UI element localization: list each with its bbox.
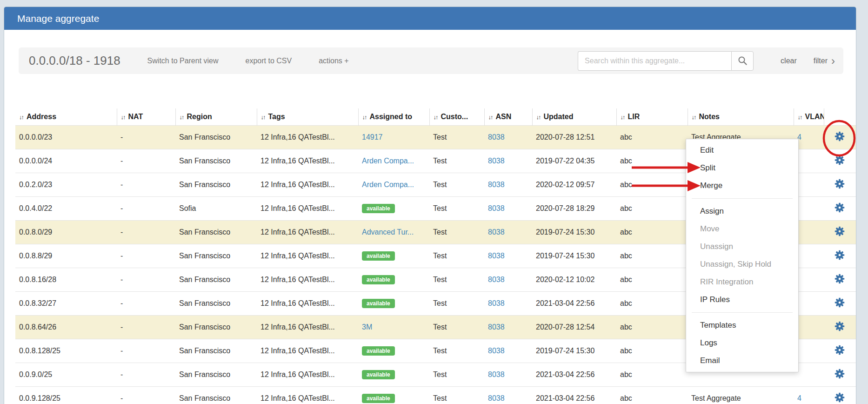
cell-customer: Test xyxy=(429,268,484,291)
filter-link[interactable]: filter › xyxy=(814,57,835,65)
row-actions-gear-icon[interactable] xyxy=(835,274,845,284)
cell-asn: 8038 xyxy=(484,291,532,315)
asn-link[interactable]: 8038 xyxy=(488,347,505,355)
column-header-asn[interactable]: ↓↑ASN xyxy=(484,108,532,125)
asn-link[interactable]: 8038 xyxy=(488,299,505,307)
cell-lir: abc xyxy=(616,173,688,196)
column-label: Address xyxy=(27,113,56,121)
row-actions-gear-icon[interactable] xyxy=(835,392,845,403)
cell-assigned-to: Advanced Tur... xyxy=(358,220,429,244)
search-group xyxy=(578,51,754,71)
column-header-nat[interactable]: ↓↑NAT xyxy=(117,108,175,125)
cell-nat: - xyxy=(117,173,175,196)
assigned-to-link[interactable]: Advanced Tur... xyxy=(362,228,414,236)
actions-column-header xyxy=(824,108,856,125)
column-header-customer[interactable]: ↓↑Custo... xyxy=(429,108,484,125)
toolbar: 0.0.0.0/18 - 1918 Switch to Parent view … xyxy=(19,47,843,74)
clear-search-link[interactable]: clear xyxy=(781,57,797,65)
menu-item-assign[interactable]: Assign xyxy=(686,202,798,220)
menu-item-ip-rules[interactable]: IP Rules xyxy=(686,291,798,309)
cell-address: 0.0.9.0/25 xyxy=(15,363,117,386)
cell-customer: Test xyxy=(429,244,484,268)
asn-link[interactable]: 8038 xyxy=(488,157,505,165)
menu-item-templates[interactable]: Templates xyxy=(686,316,798,334)
row-actions-gear-icon[interactable] xyxy=(835,202,845,213)
status-badge-available: available xyxy=(362,346,395,356)
row-actions-gear-icon[interactable] xyxy=(835,321,845,331)
cell-row-actions xyxy=(824,339,856,363)
assigned-to-link[interactable]: 14917 xyxy=(362,133,383,141)
search-button[interactable] xyxy=(731,51,754,71)
asn-link[interactable]: 8038 xyxy=(488,181,505,189)
cell-region: San Franscisco xyxy=(175,363,257,386)
row-actions-gear-icon[interactable] xyxy=(835,179,845,189)
assigned-to-link[interactable]: Arden Compa... xyxy=(362,181,414,189)
row-actions-gear-icon[interactable] xyxy=(835,250,845,260)
cell-assigned-to: Arden Compa... xyxy=(358,173,429,196)
row-actions-gear-icon[interactable] xyxy=(835,369,845,379)
asn-link[interactable]: 8038 xyxy=(488,276,505,283)
asn-link[interactable]: 8038 xyxy=(488,323,505,331)
column-header-region[interactable]: ↓↑Region xyxy=(175,108,257,125)
row-actions-gear-icon[interactable] xyxy=(835,226,845,236)
asn-link[interactable]: 8038 xyxy=(488,228,505,236)
menu-item-logs[interactable]: Logs xyxy=(686,334,798,352)
asn-link[interactable]: 8038 xyxy=(488,204,505,212)
cell-nat: - xyxy=(117,196,175,220)
cell-updated: 2020-07-28 12:51 xyxy=(532,125,616,149)
cell-asn: 8038 xyxy=(484,244,532,268)
cell-assigned-to: Arden Compa... xyxy=(358,149,429,173)
cell-address: 0.0.8.8/29 xyxy=(15,244,117,268)
row-actions-gear-icon[interactable] xyxy=(835,345,845,355)
cell-nat: - xyxy=(117,244,175,268)
cell-tags: 12 Infra,16 QATestBl... xyxy=(257,291,358,315)
cell-customer: Test xyxy=(429,386,484,404)
cell-asn: 8038 xyxy=(484,339,532,363)
cell-row-actions xyxy=(824,363,856,386)
asn-link[interactable]: 8038 xyxy=(488,252,505,260)
search-input[interactable] xyxy=(578,51,731,71)
column-header-address[interactable]: ↓↑Address xyxy=(15,108,117,125)
cell-assigned-to: available xyxy=(358,363,429,386)
menu-item-split[interactable]: Split xyxy=(686,159,798,177)
cell-assigned-to: available xyxy=(358,339,429,363)
column-header-tags[interactable]: ↓↑Tags xyxy=(257,108,358,125)
cell-asn: 8038 xyxy=(484,173,532,196)
export-csv-link[interactable]: export to CSV xyxy=(246,57,292,65)
column-header-updated[interactable]: ↓↑Updated xyxy=(532,108,616,125)
assigned-to-link[interactable]: 3M xyxy=(362,323,372,331)
panel-header: Manage aggregate xyxy=(4,7,856,30)
cell-lir: abc xyxy=(616,125,688,149)
cell-notes: Test Aggregate xyxy=(688,386,794,404)
column-header-assigned[interactable]: ↓↑Assigned to xyxy=(358,108,429,125)
actions-menu-link[interactable]: actions + xyxy=(319,57,348,65)
cell-customer: Test xyxy=(429,220,484,244)
asn-link[interactable]: 8038 xyxy=(488,394,505,402)
row-actions-gear-icon[interactable] xyxy=(835,297,845,308)
cell-tags: 12 Infra,16 QATestBl... xyxy=(257,196,358,220)
cell-asn: 8038 xyxy=(484,315,532,339)
cell-address: 0.0.8.64/26 xyxy=(15,315,117,339)
vlan-link[interactable]: 4 xyxy=(797,394,801,402)
cell-region: San Franscisco xyxy=(175,268,257,291)
assigned-to-link[interactable]: Arden Compa... xyxy=(362,157,414,165)
menu-item-merge[interactable]: Merge xyxy=(686,177,798,195)
chevron-right-icon: › xyxy=(831,57,835,65)
menu-item-edit[interactable]: Edit xyxy=(686,141,798,159)
cell-address: 0.0.8.128/25 xyxy=(15,339,117,363)
column-header-notes[interactable]: ↓↑Notes xyxy=(688,108,794,125)
cell-address: 0.0.8.32/27 xyxy=(15,291,117,315)
cell-nat: - xyxy=(117,363,175,386)
cell-address: 0.0.0.0/23 xyxy=(15,125,117,149)
row-actions-gear-icon[interactable] xyxy=(835,131,845,141)
switch-parent-view-link[interactable]: Switch to Parent view xyxy=(147,57,219,65)
column-header-vlan[interactable]: ↓↑VLAN xyxy=(794,108,824,125)
sort-icon: ↓↑ xyxy=(121,114,125,121)
cell-region: San Franscisco xyxy=(175,220,257,244)
row-actions-gear-icon[interactable] xyxy=(835,155,845,165)
asn-link[interactable]: 8038 xyxy=(488,133,505,141)
cell-region: San Franscisco xyxy=(175,315,257,339)
asn-link[interactable]: 8038 xyxy=(488,370,505,378)
column-header-lir[interactable]: ↓↑LIR xyxy=(616,108,688,125)
menu-item-email[interactable]: Email xyxy=(686,352,798,370)
